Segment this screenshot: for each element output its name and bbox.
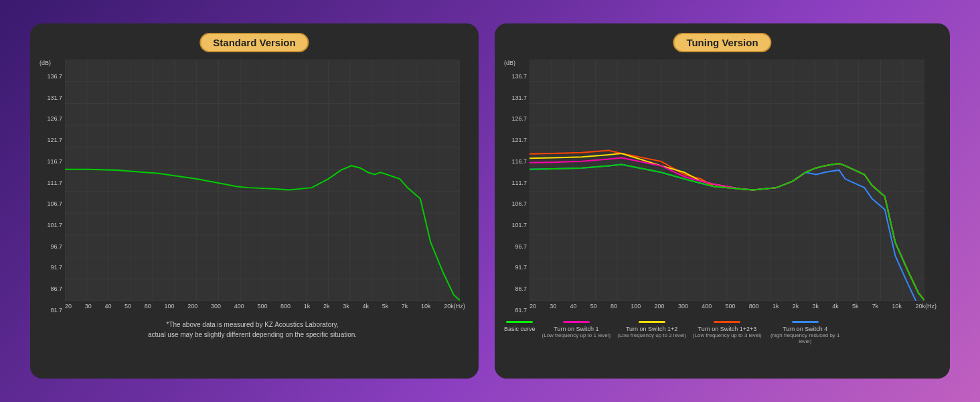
legend-item: Basic curve <box>504 321 536 332</box>
legend-item: Turn on Switch 1+2(Low frequency up to 2… <box>617 321 686 338</box>
tuning-y-axis: (dB) 136.7131.7126.7121.7116.7111.7106.7… <box>504 60 529 314</box>
standard-note: *The above data is measured by KZ Acoust… <box>39 320 465 340</box>
tuning-chart-card: Tuning Version (dB) 136.7131.7126.7121.7… <box>495 23 950 379</box>
tuning-chart-area: (dB) 136.7131.7126.7121.7116.7111.7106.7… <box>504 60 936 314</box>
standard-title: Standard Version <box>199 33 309 52</box>
standard-chart-card: Standard Version (dB) 136.7131.7126.7121… <box>30 23 479 379</box>
tuning-y-unit: (dB) <box>504 60 515 66</box>
legend-item: Turn on Switch 1(Low frequency up to 1 l… <box>542 321 611 338</box>
tuning-graph: 20304050801002003004005008001k2k3k4k5k7k… <box>529 60 936 314</box>
standard-y-unit: (dB) <box>39 60 51 66</box>
standard-chart-area: (dB) 136.7131.7126.7121.7116.7111.7106.7… <box>39 60 465 314</box>
legend-item: Turn on Switch 1+2+3(Low frequency up to… <box>693 321 762 338</box>
tuning-title: Tuning Version <box>673 33 771 52</box>
standard-y-axis: (dB) 136.7131.7126.7121.7116.7111.7106.7… <box>39 60 65 314</box>
tuning-legend: Basic curveTurn on Switch 1(Low frequenc… <box>504 321 936 344</box>
standard-graph: 20304050801002003004005008001k2k3k4k5k7k… <box>65 60 465 314</box>
legend-item: Turn on Switch 4(high frequency reduced … <box>768 321 842 344</box>
